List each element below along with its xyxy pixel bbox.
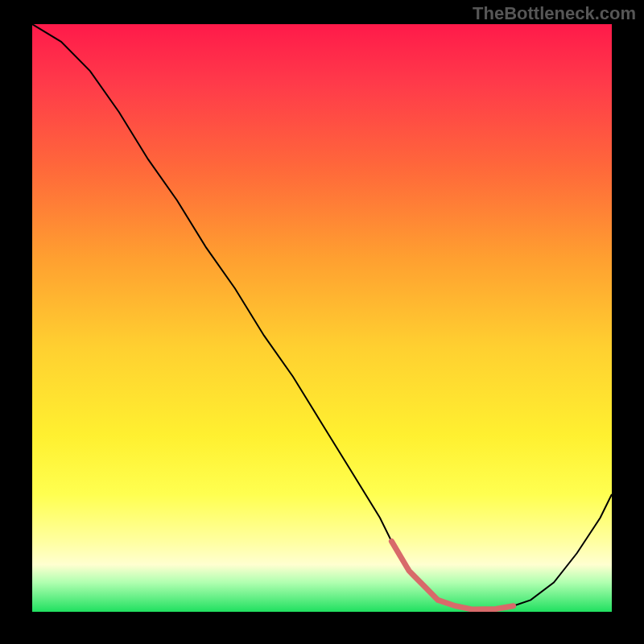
optimal-range-markers xyxy=(391,541,513,609)
chart-plot-area xyxy=(32,24,612,612)
chart-svg xyxy=(32,24,612,612)
bottleneck-curve xyxy=(32,24,612,609)
watermark-text: TheBottleneck.com xyxy=(473,3,636,24)
